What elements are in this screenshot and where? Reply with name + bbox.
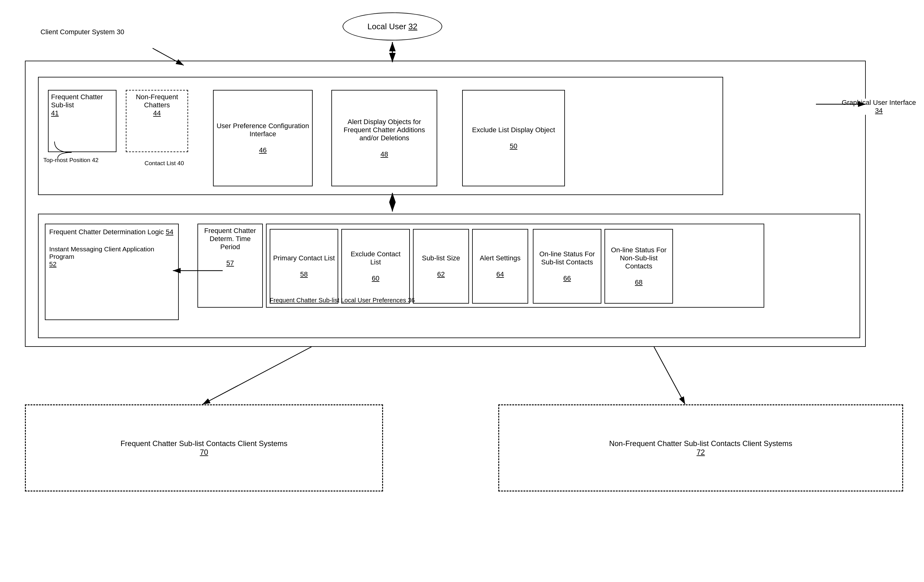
bottom-left-dashed-box: Frequent Chatter Sub-list Contacts Clien… (25, 404, 383, 492)
primary-contact-box: Primary Contact List 58 (270, 229, 338, 304)
preferences-label: Frequent Chatter Sub-list Local User Pre… (270, 297, 415, 304)
exclude-contact-box: Exclude Contact List 60 (342, 229, 410, 304)
client-computer-label: Client Computer System 30 (41, 28, 124, 36)
non-freq-chatters-box: Non-Frequent Chatters 44 (126, 90, 188, 152)
bottom-right-dashed-box: Non-Frequent Chatter Sub-list Contacts C… (498, 404, 903, 492)
fcdtp-box: Frequent Chatter Determ. Time Period 57 (198, 224, 263, 307)
fcslp-box: Primary Contact List 58 Exclude Contact … (266, 224, 764, 307)
im-client-box: Frequent Chatter Determination Logic 54 … (38, 214, 860, 338)
svg-line-8 (203, 347, 312, 404)
fcdl-box: Frequent Chatter Determination Logic 54 … (45, 224, 179, 320)
online-status-sub-box: On-line Status For Sub-list Contacts 66 (533, 229, 601, 304)
contact-list-box: Frequent Chatter Sub-list 41 Non-Frequen… (38, 77, 723, 195)
freq-chatter-sublist-box: Frequent Chatter Sub-list 41 (48, 90, 117, 152)
online-status-nonsub-box: On-line Status For Non-Sub-list Contacts… (604, 229, 673, 304)
exclude-list-display-box: Exclude List Display Object 50 (462, 90, 565, 186)
local-user-label: Local User 32 (368, 22, 417, 31)
alert-settings-box: Alert Settings 64 (472, 229, 528, 304)
local-user-ellipse: Local User 32 (343, 12, 442, 40)
topmost-position-label: Top-most Position 42 (43, 157, 98, 164)
user-pref-config-box: User Preference Configuration Interface … (213, 90, 313, 186)
alert-display-box: Alert Display Objects for Frequent Chatt… (332, 90, 437, 186)
gui-label: Graphical User Interface 34 (842, 99, 916, 115)
svg-line-9 (654, 347, 685, 404)
contact-list-label: Contact List 40 (145, 160, 184, 167)
main-outer-box: Graphical User Interface 34 Frequent Cha… (25, 61, 866, 347)
sublist-size-box: Sub-list Size 62 (413, 229, 469, 304)
